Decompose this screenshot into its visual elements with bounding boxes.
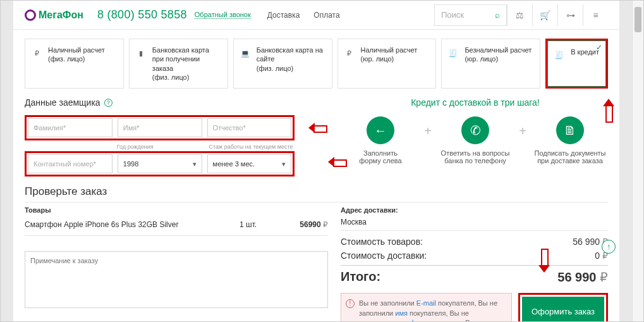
borrower-title: Данные заемщика [25,97,100,108]
tile-cash-individual[interactable]: ₽ Наличный расчет (физ. лицо) [25,39,124,89]
tenure-select[interactable]: менее 3 мес. [207,154,292,173]
document-icon: 🗎 [556,116,584,144]
tile-title: Безналичный расчет [465,46,533,54]
sum-goods-label: Стоимость товаров: [341,237,573,247]
logo[interactable]: МегаФон [25,9,83,21]
warn-link-name[interactable]: имя [395,309,408,317]
tile-sub: (физ. лицо) [257,64,325,73]
goods-label: Товары [25,206,328,214]
submit-order-button[interactable]: Оформить заказ [522,297,604,322]
nav-delivery[interactable]: Доставка [267,11,300,20]
tile-sub: (юр. лицо) [465,54,533,63]
tile-title: Наличный расчет [361,46,430,54]
warn-link-phone[interactable]: телефон [395,319,423,322]
step-2: ✆ Ответить на вопросы банка по телефону [437,116,513,164]
validation-warning: ! Вы не заполнили E-mail покупателя, Вы … [341,293,512,322]
terminal-icon: ▮ [135,47,147,59]
callback-link[interactable]: Обратный звонок [195,11,251,19]
logo-icon [25,9,36,21]
step-1: ← Заполнить форму слева [343,116,418,164]
compare-icon[interactable]: ⚖ [507,4,532,26]
lastname-input[interactable]: Фамилия* [28,118,112,137]
steps-row: ← Заполнить форму слева + ✆ Ответить на … [343,116,608,164]
product-row: Смартфон Apple iPhone 6s Plus 32GB Silve… [25,218,328,232]
product-name: Смартфон Apple iPhone 6s Plus 32GB Silve… [25,220,240,229]
year-label: Год рождения [116,142,203,151]
search-placeholder: Поиск [441,10,495,20]
tile-title: Банковская карта при получении заказа [152,46,221,73]
ruble-icon: ₽ [343,47,356,59]
tile-title: Наличный расчет [48,46,117,54]
tile-card-on-delivery[interactable]: ▮ Банковская карта при получении заказа … [129,39,228,89]
phone-icon: ✆ [461,116,489,144]
tile-title: Банковская карта на сайте [257,46,325,64]
cart-icon[interactable]: 🛒 [532,4,557,26]
tile-cash-legal[interactable]: ₽ Наличный расчет (юр. лицо) [337,39,437,89]
search-input[interactable]: Поиск ⌕ [434,4,507,26]
info-icon[interactable]: ? [104,99,112,107]
product-qty: 1 шт. [240,220,277,229]
tile-sub: (юр. лицо) [361,54,430,63]
middlename-input[interactable]: Отчество* [207,118,292,137]
address-label: Адрес доставки: [341,206,608,214]
firstname-input[interactable]: Имя* [118,118,202,137]
page-scrollbar[interactable] [632,1,643,321]
tile-credit[interactable]: 🧾 В кредит [547,40,606,87]
menu-icon[interactable]: ≡ [583,4,608,26]
order-review-title: Проверьте заказ [25,185,608,198]
invoice-icon: 🧾 [447,47,459,59]
logo-text: МегаФон [39,9,83,21]
plus-icon: + [513,124,532,158]
tile-title: В кредит [571,47,599,56]
tile-sub: (физ. лицо) [48,54,117,63]
ruble-icon: ₽ [30,47,43,59]
annotation-arrow-down [538,247,550,273]
search-icon[interactable]: ⌕ [495,10,500,20]
header: МегаФон 8 (800) 550 5858 Обратный звонок… [13,1,619,30]
address-value: Москва [341,218,608,226]
laptop-icon: 💻 [239,47,252,59]
annotation-arrow-left-1 [308,122,329,133]
year-select[interactable]: 1998 [118,154,202,173]
warning-icon: ! [346,299,355,308]
step-3: 🗎 Подписать документы при доставке заказ… [532,116,608,164]
annotation-arrow-left-2 [328,156,348,168]
nav-payment[interactable]: Оплата [313,11,339,20]
credit-icon: 🧾 [553,49,566,61]
scroll-top-button[interactable]: ↑ [602,240,616,254]
order-note-textarea[interactable] [25,251,328,308]
tile-card-online[interactable]: 💻 Банковская карта на сайте (физ. лицо) [233,39,332,89]
sum-total-value: 56 990 [557,269,608,285]
steps-title: Кредит с доставкой в три шага! [343,97,608,108]
contact-phone-input[interactable]: Контактный номер* [28,154,112,173]
sum-total-label: Итого: [341,269,557,285]
payment-method-tiles: ₽ Наличный расчет (физ. лицо) ▮ Банковск… [13,30,619,97]
phone-number: 8 (800) 550 5858 [97,8,187,22]
login-icon[interactable]: ⊶ [557,4,583,26]
product-price: 56990 [277,220,328,229]
plus-icon: + [418,124,437,158]
annotation-arrow-up [603,99,614,124]
warn-link-email[interactable]: E-mail [416,299,436,307]
tile-sub: (физ. лицо) [152,73,221,82]
tenure-label: Стаж работы на текущем месте [208,142,295,151]
arrow-left-icon: ← [367,116,394,144]
tile-noncash-legal[interactable]: 🧾 Безналичный расчет (юр. лицо) [441,39,540,89]
sum-delivery-label: Стоимость доставки: [341,251,595,261]
